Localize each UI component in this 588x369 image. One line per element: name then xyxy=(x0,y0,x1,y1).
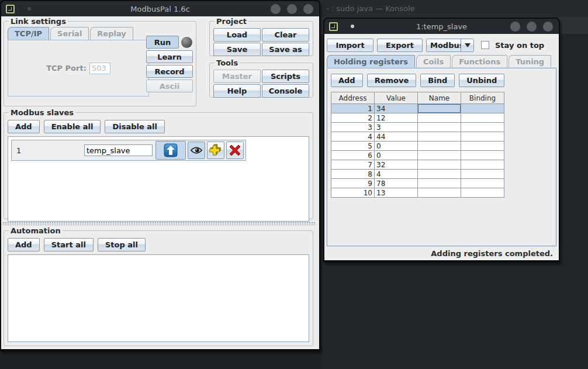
column-header-name[interactable]: Name xyxy=(418,92,461,104)
slave-delete-button[interactable] xyxy=(226,142,244,159)
table-row[interactable]: 50 xyxy=(331,142,504,151)
tab-coils[interactable]: Coils xyxy=(416,55,451,68)
table-row[interactable]: 732 xyxy=(331,160,504,170)
table-cell[interactable]: 10 xyxy=(331,188,375,198)
column-header-value[interactable]: Value xyxy=(375,92,418,104)
run-status-led-icon xyxy=(181,37,192,48)
table-cell[interactable]: 34 xyxy=(375,104,418,113)
console-button[interactable]: Console xyxy=(262,84,309,98)
table-row[interactable]: 444 xyxy=(331,132,504,142)
table-cell[interactable] xyxy=(418,113,461,123)
stop-all-button[interactable]: Stop all xyxy=(98,238,146,251)
slave-enabled-toggle[interactable] xyxy=(155,141,186,160)
eye-icon xyxy=(190,146,203,154)
table-cell[interactable]: 78 xyxy=(375,179,418,188)
chevron-down-icon[interactable] xyxy=(461,39,473,51)
table-cell[interactable] xyxy=(418,132,461,142)
table-cell[interactable] xyxy=(461,132,504,142)
enable-all-button[interactable]: Enable all xyxy=(44,120,101,133)
table-cell[interactable] xyxy=(461,179,504,188)
table-cell[interactable] xyxy=(461,142,504,151)
table-cell[interactable]: 4 xyxy=(375,170,418,179)
modbuspal-titlebar[interactable]: ModbusPal 1.6c xyxy=(1,1,319,16)
register-bind-button[interactable]: Bind xyxy=(420,74,455,87)
table-cell[interactable]: 2 xyxy=(331,113,375,123)
table-row[interactable]: 84 xyxy=(331,170,504,179)
tab-functions[interactable]: Functions xyxy=(452,55,507,68)
table-cell[interactable] xyxy=(418,170,461,179)
table-cell[interactable]: 1 xyxy=(331,104,375,113)
record-button[interactable]: Record xyxy=(146,65,193,78)
load-button[interactable]: Load xyxy=(213,28,261,42)
table-cell[interactable] xyxy=(418,160,461,170)
tab-serial[interactable]: Serial xyxy=(50,27,89,40)
save-as-button[interactable]: Save as xyxy=(262,43,309,56)
table-cell[interactable]: 44 xyxy=(375,132,418,142)
import-button[interactable]: Import xyxy=(327,39,373,52)
tab-replay[interactable]: Replay xyxy=(90,27,133,40)
table-cell[interactable] xyxy=(418,104,461,113)
table-cell[interactable] xyxy=(461,151,504,160)
table-cell[interactable]: 0 xyxy=(375,151,418,160)
table-cell[interactable] xyxy=(418,188,461,198)
table-cell[interactable] xyxy=(418,142,461,151)
split-pane-divider[interactable] xyxy=(2,222,316,225)
konsole-titlebar[interactable]: - : sudo java — Konsole xyxy=(320,0,588,18)
slave-visibility-button[interactable] xyxy=(188,142,205,159)
temp-slave-titlebar[interactable]: 1:temp_slave xyxy=(324,19,559,34)
help-button[interactable]: Help xyxy=(213,84,261,98)
tab-holding-registers[interactable]: Holding registers xyxy=(327,55,415,68)
table-cell[interactable] xyxy=(418,151,461,160)
table-cell[interactable]: 8 xyxy=(331,170,375,179)
register-add-button[interactable]: Add xyxy=(331,74,363,87)
table-row[interactable]: 1013 xyxy=(331,188,504,198)
start-all-button[interactable]: Start all xyxy=(44,238,94,251)
table-cell[interactable]: 3 xyxy=(375,123,418,132)
table-cell[interactable] xyxy=(461,123,504,132)
slave-add-register-button[interactable] xyxy=(207,142,224,159)
holding-registers-panel: Add Remove Bind Unbind Address Value Nam… xyxy=(327,68,556,246)
table-cell[interactable]: 0 xyxy=(375,142,418,151)
column-header-address[interactable]: Address xyxy=(331,92,375,104)
clear-button[interactable]: Clear xyxy=(262,28,309,42)
table-cell[interactable]: 12 xyxy=(375,113,418,123)
table-cell[interactable]: 3 xyxy=(331,123,375,132)
table-cell[interactable] xyxy=(461,104,504,113)
tab-tcpip[interactable]: TCP/IP xyxy=(8,27,49,40)
table-row[interactable]: 60 xyxy=(331,151,504,160)
project-group: Project Load Clear Save Save as xyxy=(209,17,313,56)
table-cell[interactable]: 32 xyxy=(375,160,418,170)
table-cell[interactable]: 13 xyxy=(375,188,418,198)
stay-on-top-checkbox[interactable] xyxy=(481,41,489,49)
register-remove-button[interactable]: Remove xyxy=(367,74,417,87)
table-cell[interactable]: 6 xyxy=(331,151,375,160)
learn-button[interactable]: Learn xyxy=(146,50,193,63)
table-cell[interactable] xyxy=(461,188,504,198)
table-cell[interactable] xyxy=(418,123,461,132)
table-cell[interactable]: 9 xyxy=(331,179,375,188)
table-row[interactable]: 33 xyxy=(331,123,504,132)
table-cell[interactable] xyxy=(461,160,504,170)
disable-all-button[interactable]: Disable all xyxy=(105,120,165,133)
tab-tuning[interactable]: Tuning xyxy=(509,55,551,68)
automation-add-button[interactable]: Add xyxy=(8,238,40,251)
run-button[interactable]: Run xyxy=(146,36,179,49)
table-row[interactable]: 978 xyxy=(331,179,504,188)
table-cell[interactable] xyxy=(418,179,461,188)
save-button[interactable]: Save xyxy=(213,43,261,56)
column-header-binding[interactable]: Binding xyxy=(461,92,504,104)
table-cell[interactable]: 7 xyxy=(331,160,375,170)
table-cell[interactable] xyxy=(461,113,504,123)
register-unbind-button[interactable]: Unbind xyxy=(459,74,504,87)
table-cell[interactable] xyxy=(461,170,504,179)
table-row[interactable]: 134 xyxy=(331,104,504,113)
slave-name-input[interactable] xyxy=(84,144,153,156)
scripts-button[interactable]: Scripts xyxy=(262,70,309,83)
table-cell[interactable]: 5 xyxy=(331,142,375,151)
tcp-port-input[interactable] xyxy=(89,63,110,74)
export-button[interactable]: Export xyxy=(377,39,423,52)
table-row[interactable]: 212 xyxy=(331,113,504,123)
protocol-combobox[interactable]: Modbus xyxy=(426,39,474,52)
slaves-add-button[interactable]: Add xyxy=(8,120,40,133)
table-cell[interactable]: 4 xyxy=(331,132,375,142)
